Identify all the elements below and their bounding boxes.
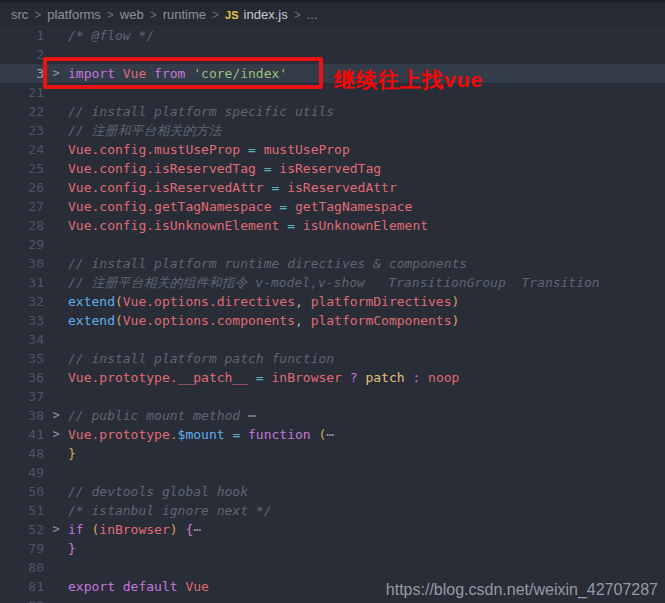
code-line[interactable]: 25Vue.config.isReservedTag = isReservedT… (0, 159, 665, 178)
code-line-text: Vue.config.getTagNamespace = getTagNames… (68, 197, 665, 216)
fold-gutter-space (44, 501, 68, 520)
line-number: 1 (0, 26, 44, 45)
code-line-text: /* @flow */ (68, 26, 665, 45)
code-line-text: // install platform patch function (68, 349, 665, 368)
code-line[interactable]: 41>Vue.prototype.$mount = function (⋯ (0, 425, 665, 444)
code-line[interactable]: 33extend(Vue.options.components, platfor… (0, 311, 665, 330)
chevron-right-icon: > (150, 8, 157, 22)
fold-gutter-space (44, 558, 68, 577)
code-line[interactable]: 27Vue.config.getTagNamespace = getTagNam… (0, 197, 665, 216)
breadcrumb-item-file[interactable]: index.js (244, 7, 288, 22)
annotation-text: 继续往上找vue (334, 66, 483, 94)
fold-gutter-space (44, 387, 68, 406)
chevron-right-icon: > (34, 8, 41, 22)
fold-collapsed-icon[interactable]: > (44, 406, 68, 425)
fold-gutter-space (44, 368, 68, 387)
code-line[interactable]: 80 (0, 558, 665, 577)
code-line[interactable]: 1/* @flow */ (0, 26, 665, 45)
code-line[interactable]: 22// install platform specific utils (0, 102, 665, 121)
code-line[interactable]: 2 (0, 45, 665, 64)
chevron-right-icon: > (294, 8, 301, 22)
line-number: 50 (0, 482, 44, 501)
javascript-file-icon: JS (225, 9, 238, 21)
code-line[interactable]: 30// install platform runtime directives… (0, 254, 665, 273)
fold-gutter-space (44, 178, 68, 197)
code-line-text: if (inBrowser) {⋯ (68, 520, 665, 539)
breadcrumb-symbol-tail[interactable]: ... (307, 7, 318, 22)
fold-gutter-space (44, 140, 68, 159)
line-number: 38 (0, 406, 44, 425)
code-line-text: } (68, 539, 665, 558)
code-line[interactable]: 21 (0, 83, 665, 102)
fold-gutter-space (44, 292, 68, 311)
fold-gutter-space (44, 482, 68, 501)
code-line[interactable]: 49 (0, 463, 665, 482)
code-line-text: Vue.config.mustUseProp = mustUseProp (68, 140, 665, 159)
line-number: 32 (0, 292, 44, 311)
line-number: 27 (0, 197, 44, 216)
breadcrumb-item-runtime[interactable]: runtime (163, 7, 206, 22)
line-number: 31 (0, 273, 44, 292)
code-line-text (68, 387, 665, 406)
code-line-text (68, 463, 665, 482)
code-line[interactable]: 24Vue.config.mustUseProp = mustUseProp (0, 140, 665, 159)
fold-gutter-space (44, 216, 68, 235)
code-editor[interactable]: 1/* @flow */23>import Vue from 'core/ind… (0, 26, 665, 603)
code-line[interactable]: 29 (0, 235, 665, 254)
line-number: 37 (0, 387, 44, 406)
fold-collapsed-icon[interactable]: > (44, 64, 68, 83)
code-line[interactable]: 28Vue.config.isUnknownElement = isUnknow… (0, 216, 665, 235)
line-number: 52 (0, 520, 44, 539)
code-line[interactable]: 48} (0, 444, 665, 463)
code-line[interactable]: 3>import Vue from 'core/index' (0, 64, 665, 83)
code-line[interactable]: 32extend(Vue.options.directives, platfor… (0, 292, 665, 311)
code-line-text: Vue.config.isReservedAttr = isReservedAt… (68, 178, 665, 197)
code-line[interactable]: 35// install platform patch function (0, 349, 665, 368)
code-line-text: // devtools global hook (68, 482, 665, 501)
fold-gutter-space (44, 273, 68, 292)
fold-gutter-space (44, 463, 68, 482)
line-number: 28 (0, 216, 44, 235)
fold-gutter-space (44, 26, 68, 45)
line-number: 81 (0, 577, 44, 596)
code-line[interactable]: 38>// public mount method ⋯ (0, 406, 665, 425)
code-line[interactable]: 31// 注册平台相关的组件和指令 v-model,v-show Transit… (0, 273, 665, 292)
line-number: 33 (0, 311, 44, 330)
line-number: 41 (0, 425, 44, 444)
fold-gutter-space (44, 311, 68, 330)
fold-gutter-space (44, 349, 68, 368)
line-number: 23 (0, 121, 44, 140)
line-number: 29 (0, 235, 44, 254)
breadcrumb-item-platforms[interactable]: platforms (47, 7, 100, 22)
code-line-text: Vue.config.isUnknownElement = isUnknownE… (68, 216, 665, 235)
code-line-text: extend(Vue.options.directives, platformD… (68, 292, 665, 311)
code-line[interactable]: 36Vue.prototype.__patch__ = inBrowser ? … (0, 368, 665, 387)
code-line-text (68, 558, 665, 577)
code-line[interactable]: 37 (0, 387, 665, 406)
code-line[interactable]: 52>if (inBrowser) {⋯ (0, 520, 665, 539)
breadcrumb-item-src[interactable]: src (11, 7, 28, 22)
fold-gutter-space (44, 235, 68, 254)
breadcrumb: src>platforms>web>runtime>JSindex.js>... (0, 0, 665, 26)
line-number: 36 (0, 368, 44, 387)
code-line[interactable]: 34 (0, 330, 665, 349)
fold-collapsed-icon[interactable]: > (44, 520, 68, 539)
code-line[interactable]: 51/* istanbul ignore next */ (0, 501, 665, 520)
code-line[interactable]: 50// devtools global hook (0, 482, 665, 501)
line-number: 2 (0, 45, 44, 64)
code-line[interactable]: 79} (0, 539, 665, 558)
breadcrumb-item-web[interactable]: web (120, 7, 144, 22)
code-line-text: // install platform runtime directives &… (68, 254, 665, 273)
code-line-text: } (68, 444, 665, 463)
code-line[interactable]: 23// 注册和平台相关的方法 (0, 121, 665, 140)
fold-collapsed-icon[interactable]: > (44, 425, 68, 444)
line-number: 25 (0, 159, 44, 178)
fold-gutter-space (44, 159, 68, 178)
line-number: 3 (0, 64, 44, 83)
code-line-text: // 注册平台相关的组件和指令 v-model,v-show Transitio… (68, 273, 665, 292)
line-number: 51 (0, 501, 44, 520)
line-number: 48 (0, 444, 44, 463)
line-number: 22 (0, 102, 44, 121)
line-number: 79 (0, 539, 44, 558)
code-line[interactable]: 26Vue.config.isReservedAttr = isReserved… (0, 178, 665, 197)
